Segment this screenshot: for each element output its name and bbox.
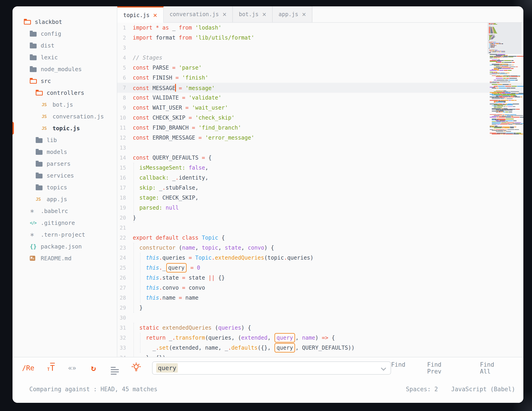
code-line[interactable]: 30	[117, 313, 523, 323]
search-input[interactable]: query	[152, 362, 391, 375]
line-number: 13	[117, 145, 127, 151]
code-line[interactable]: 7const MESSAGE = 'message'	[117, 83, 523, 93]
code-line[interactable]: 24 this.queries = Topic.extendedQueries(…	[117, 253, 523, 263]
sidebar-item-lexic[interactable]: lexic	[12, 51, 117, 63]
line-number: 22	[117, 235, 127, 241]
code-line[interactable]: 21	[117, 223, 523, 233]
sidebar-item-bot-js[interactable]: JSbot.js	[12, 99, 117, 110]
tab-label: bot.js	[239, 11, 258, 18]
find-all-button[interactable]: Find All	[480, 361, 507, 375]
code-line[interactable]: 9const WAIT_USER = 'wait_user'	[117, 103, 523, 113]
sidebar-item-conversation-js[interactable]: JSconversation.js	[12, 110, 117, 122]
code-line[interactable]: 8const VALIDATE = 'validate'	[117, 93, 523, 103]
sidebar-item-node-modules[interactable]: node_modules	[12, 63, 117, 75]
tab-label: app.js	[278, 11, 298, 18]
find-prev-button[interactable]: Find Prev	[427, 361, 458, 375]
code-line[interactable]: 28 this.name = name	[117, 293, 523, 303]
sidebar-item-app-js[interactable]: JSapp.js	[12, 193, 117, 205]
code-line[interactable]: 3	[117, 43, 523, 53]
sidebar-item-label: .babelrc	[41, 208, 68, 214]
code-line[interactable]: 23 constructor (name, topic, state, conv…	[117, 243, 523, 253]
sidebar-item-controllers[interactable]: controllers	[12, 87, 117, 99]
sidebar-item-src[interactable]: src	[12, 75, 117, 87]
line-number: 4	[117, 55, 127, 61]
case-icon[interactable]: тT	[46, 363, 56, 373]
sidebar-item-label: lexic	[41, 54, 58, 61]
sidebar-item--gitignore[interactable]: </>.gitignore	[12, 217, 117, 229]
regex-icon[interactable]: /Re	[22, 364, 34, 372]
minimap[interactable]	[487, 23, 522, 134]
chevron-down-icon[interactable]	[381, 365, 386, 371]
close-icon[interactable]: ×	[222, 11, 227, 18]
folder-icon	[30, 43, 38, 48]
find-button[interactable]: Find	[391, 361, 405, 375]
tab-topic-js[interactable]: topic.js×	[117, 6, 164, 23]
sidebar-item-parsers[interactable]: parsers	[12, 158, 117, 170]
code-line[interactable]: 1import * as _ from 'lodash'	[117, 23, 523, 33]
highlight-icon[interactable]	[131, 362, 141, 374]
code-line[interactable]: 25 this._query = 0	[117, 263, 523, 273]
line-number: 32	[117, 335, 127, 341]
sidebar-item-dist[interactable]: dist	[12, 39, 117, 51]
code-line[interactable]: 16 callback: _.identity,	[117, 173, 523, 183]
sidebar-item-label: config	[41, 30, 61, 37]
code-line[interactable]: 20}	[117, 213, 523, 223]
code-line[interactable]: 18 stage: CHECK_SKIP,	[117, 193, 523, 203]
tab-app-js[interactable]: app.js×	[273, 6, 312, 22]
code-text: import * as _ from 'lodash'	[133, 25, 221, 31]
tab-bot-js[interactable]: bot.js×	[233, 6, 273, 22]
spaces-indicator[interactable]: Spaces: 2	[406, 386, 438, 392]
sidebar-item--babelrc[interactable]: *.babelrc	[12, 205, 117, 217]
code-line[interactable]: 19 parsed: null	[117, 203, 523, 213]
code-line[interactable]: 26 this.state = state || {}	[117, 273, 523, 283]
markdown-icon: M↓	[30, 256, 38, 261]
code-line[interactable]: 34 }, {})	[117, 353, 523, 357]
selection-icon[interactable]: «»	[67, 364, 77, 372]
code-line[interactable]: 32 return _.transform(queries, (extended…	[117, 333, 523, 343]
folder-open-icon	[30, 78, 38, 84]
sidebar-item-label: .gitignore	[41, 220, 75, 226]
code-line[interactable]: 14const QUERY_DEFAULTS = {	[117, 153, 523, 163]
line-number: 12	[117, 135, 127, 141]
sidebar-item-lib[interactable]: lib	[12, 134, 117, 146]
sidebar-item-slackbot[interactable]: slackbot	[12, 16, 117, 28]
close-icon[interactable]: ×	[262, 11, 266, 18]
sidebar-item-models[interactable]: models	[12, 146, 117, 158]
code-line[interactable]: 17 skip: _.stubFalse,	[117, 183, 523, 193]
code-line[interactable]: 6const FINISH = 'finish'	[117, 73, 523, 83]
tab-bar: topic.js×conversation.js×bot.js×app.js×	[117, 6, 523, 23]
code-line[interactable]: 29 }	[117, 303, 523, 313]
close-icon[interactable]: ×	[302, 11, 306, 18]
lines-icon[interactable]	[110, 362, 120, 375]
code-line[interactable]: 10const CHECK_SKIP = 'check_skip'	[117, 113, 523, 123]
code-text: const VALIDATE = 'validate'	[133, 95, 221, 101]
sidebar-item-topic-js[interactable]: JStopic.js	[12, 122, 117, 134]
code-line[interactable]: 33 _.set(extended, name, _.defaults({}, …	[117, 343, 523, 353]
code-editor[interactable]: 1import * as _ from 'lodash'2import form…	[117, 23, 523, 357]
code-line[interactable]: 5const PARSE = 'parse'	[117, 63, 523, 73]
code-line[interactable]: 11const FIND_BRANCH = 'find_branch'	[117, 123, 523, 133]
sidebar-item-label: node_modules	[41, 66, 82, 73]
sidebar-item-services[interactable]: services	[12, 170, 117, 182]
sidebar-item-package-json[interactable]: {}package.json	[12, 240, 117, 252]
line-number: 14	[117, 155, 127, 161]
code-line[interactable]: 27 this.convo = convo	[117, 283, 523, 293]
code-text: }	[133, 305, 142, 311]
language-indicator[interactable]: JavaScript (Babel)	[451, 386, 515, 392]
file-tree-sidebar: slackbotconfigdistlexicnode_modulessrcco…	[12, 6, 117, 357]
line-number: 33	[117, 345, 127, 351]
sidebar-item--tern-project[interactable]: *.tern-project	[12, 229, 117, 240]
code-line[interactable]: 15 isMessageSent: false,	[117, 163, 523, 173]
wrap-icon[interactable]: ↻	[88, 363, 98, 373]
code-line[interactable]: 12const ERROR_MESSAGE = 'error_message'	[117, 133, 523, 143]
sidebar-item-config[interactable]: config	[12, 28, 117, 39]
code-line[interactable]: 13	[117, 143, 523, 153]
code-line[interactable]: 31 static extendedQueries (queries) {	[117, 323, 523, 333]
tab-conversation-js[interactable]: conversation.js×	[164, 6, 233, 22]
code-line[interactable]: 4// Stages	[117, 53, 523, 63]
code-line[interactable]: 2import format from 'lib/utils/format'	[117, 33, 523, 43]
code-line[interactable]: 22export default class Topic {	[117, 233, 523, 243]
sidebar-item-topics[interactable]: topics	[12, 182, 117, 193]
close-icon[interactable]: ×	[153, 12, 157, 19]
sidebar-item-readme-md[interactable]: M↓README.md	[12, 252, 117, 264]
